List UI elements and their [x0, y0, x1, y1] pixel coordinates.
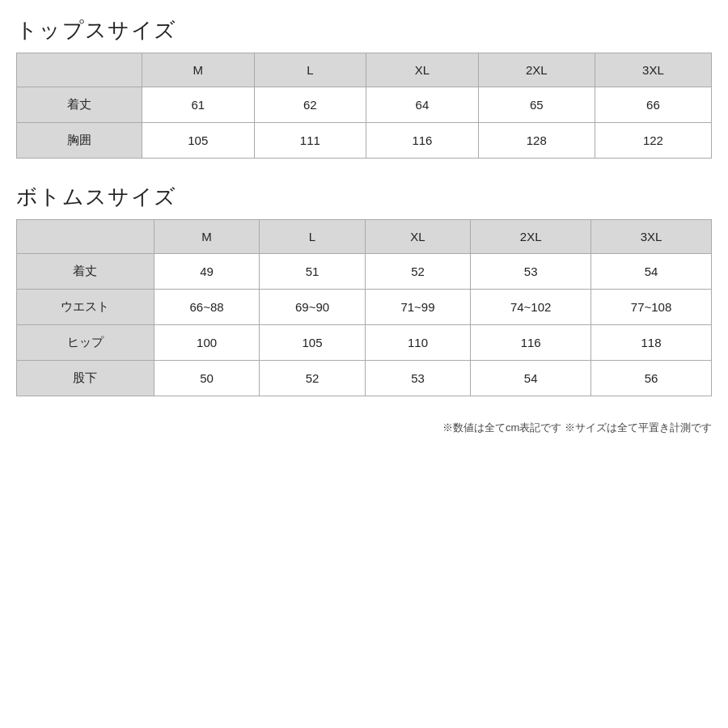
- tops-cell-0-4: 66: [595, 87, 711, 123]
- bottoms-header-cell-0: [17, 220, 154, 254]
- bottoms-cell-1-0: 66~88: [154, 290, 259, 325]
- bottoms-header-cell-1: M: [154, 220, 259, 254]
- tops-cell-0-3: 65: [478, 87, 595, 123]
- tops-row-0: 着丈6162646566: [17, 87, 712, 123]
- tops-header-cell-1: M: [142, 53, 254, 87]
- bottoms-cell-1-4: 77~108: [591, 290, 712, 325]
- bottoms-cell-2-0: 100: [154, 325, 259, 361]
- bottoms-row-0: 着丈4951525354: [17, 254, 712, 290]
- tops-cell-1-1: 111: [254, 123, 366, 159]
- bottoms-cell-2-1: 105: [260, 325, 365, 361]
- bottoms-cell-3-2: 53: [365, 361, 470, 396]
- bottoms-cell-3-0: 50: [154, 361, 259, 396]
- tops-header-row: MLXL2XL3XL: [17, 53, 712, 87]
- bottoms-section: ボトムスサイズ MLXL2XL3XL 着丈4951525354ウエスト66~88…: [16, 183, 712, 435]
- bottoms-cell-2-3: 116: [471, 325, 591, 361]
- tops-header-cell-0: [17, 53, 142, 87]
- bottoms-cell-1-2: 71~99: [365, 290, 470, 325]
- bottoms-cell-2-4: 118: [591, 325, 712, 361]
- tops-cell-0-2: 64: [366, 87, 479, 123]
- tops-cell-0-0: 61: [142, 87, 254, 123]
- tops-header-cell-4: 2XL: [478, 53, 595, 87]
- tops-cell-1-4: 122: [595, 123, 711, 159]
- bottoms-cell-3-3: 54: [471, 361, 591, 396]
- bottoms-cell-1-1: 69~90: [260, 290, 365, 325]
- bottoms-row-3: 股下5052535456: [17, 361, 712, 396]
- bottoms-row-1: ウエスト66~8869~9071~9974~10277~108: [17, 290, 712, 325]
- bottoms-cell-3-1: 52: [260, 361, 365, 396]
- bottoms-header-cell-4: 2XL: [471, 220, 591, 254]
- bottoms-title: ボトムスサイズ: [16, 183, 712, 211]
- bottoms-row-label-3: 股下: [17, 361, 154, 396]
- bottoms-cell-0-2: 52: [365, 254, 470, 290]
- tops-row-1: 胸囲105111116128122: [17, 123, 712, 159]
- bottoms-cell-0-0: 49: [154, 254, 259, 290]
- bottoms-cell-0-3: 53: [471, 254, 591, 290]
- tops-cell-0-1: 62: [254, 87, 366, 123]
- bottoms-cell-1-3: 74~102: [471, 290, 591, 325]
- tops-section: トップスサイズ MLXL2XL3XL 着丈6162646566胸囲1051111…: [16, 16, 712, 159]
- tops-row-label-1: 胸囲: [17, 123, 142, 159]
- bottoms-header-row: MLXL2XL3XL: [17, 220, 712, 254]
- footnote: ※数値は全てcm表記です ※サイズは全て平置き計測です: [16, 421, 712, 435]
- tops-header-cell-3: XL: [366, 53, 479, 87]
- tops-row-label-0: 着丈: [17, 87, 142, 123]
- bottoms-table: MLXL2XL3XL 着丈4951525354ウエスト66~8869~9071~…: [16, 219, 712, 396]
- tops-cell-1-0: 105: [142, 123, 254, 159]
- bottoms-header-cell-3: XL: [365, 220, 470, 254]
- tops-cell-1-2: 116: [366, 123, 479, 159]
- bottoms-row-2: ヒップ100105110116118: [17, 325, 712, 361]
- tops-title: トップスサイズ: [16, 16, 712, 44]
- bottoms-cell-3-4: 56: [591, 361, 712, 396]
- tops-cell-1-3: 128: [478, 123, 595, 159]
- bottoms-row-label-2: ヒップ: [17, 325, 154, 361]
- tops-table: MLXL2XL3XL 着丈6162646566胸囲105111116128122: [16, 53, 712, 159]
- bottoms-header-cell-2: L: [260, 220, 365, 254]
- bottoms-cell-0-4: 54: [591, 254, 712, 290]
- tops-header-cell-2: L: [254, 53, 366, 87]
- bottoms-cell-0-1: 51: [260, 254, 365, 290]
- bottoms-row-label-1: ウエスト: [17, 290, 154, 325]
- tops-header-cell-5: 3XL: [595, 53, 711, 87]
- bottoms-row-label-0: 着丈: [17, 254, 154, 290]
- bottoms-cell-2-2: 110: [365, 325, 470, 361]
- bottoms-header-cell-5: 3XL: [591, 220, 712, 254]
